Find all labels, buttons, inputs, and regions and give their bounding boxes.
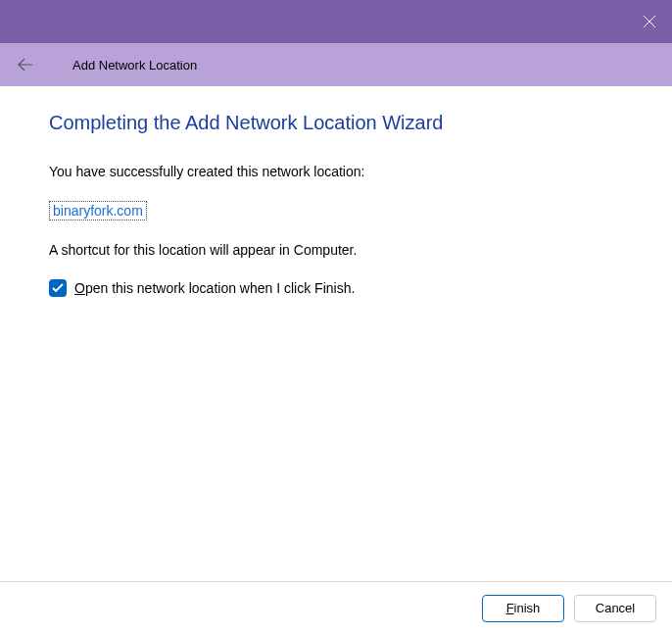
header-title: Add Network Location (72, 58, 197, 73)
cancel-button[interactable]: Cancel (574, 595, 656, 622)
shortcut-text: A shortcut for this location will appear… (49, 242, 623, 258)
back-arrow-icon (18, 57, 33, 73)
wizard-header: Add Network Location (0, 43, 672, 86)
back-button[interactable] (14, 53, 37, 76)
open-location-checkbox-label[interactable]: Open this network location when I click … (74, 280, 355, 296)
checkmark-icon (52, 283, 64, 293)
wizard-title: Completing the Add Network Location Wiza… (49, 112, 623, 134)
location-link[interactable]: binaryfork.com (49, 201, 147, 220)
wizard-footer: Finish Cancel (0, 581, 672, 634)
close-button[interactable] (627, 0, 672, 43)
titlebar (0, 0, 672, 43)
open-location-checkbox-row: Open this network location when I click … (49, 279, 623, 297)
close-icon (644, 16, 655, 27)
open-location-checkbox[interactable] (49, 279, 67, 297)
wizard-content: Completing the Add Network Location Wiza… (0, 86, 672, 581)
success-text: You have successfully created this netwo… (49, 164, 623, 179)
finish-button[interactable]: Finish (482, 595, 564, 622)
